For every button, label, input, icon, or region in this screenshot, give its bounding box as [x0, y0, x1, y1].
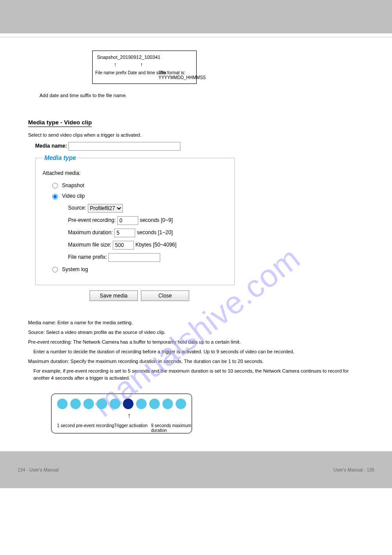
pre-event-input[interactable] [117, 216, 138, 225]
media-form: Media name: Media type Attached media: S… [35, 142, 246, 301]
attached-media-label: Attached media: [43, 170, 227, 176]
timeline-dot-icon [162, 399, 173, 409]
timeline-dots [57, 399, 187, 409]
section-heading: Media type - Video clip [28, 119, 92, 127]
close-button[interactable]: Close [141, 290, 189, 301]
snapshot-label: Snapshot [62, 182, 84, 189]
timeline-post-label: 9 seconds maximum duration [151, 423, 191, 433]
timeline-trigger-dot-icon [123, 399, 133, 409]
desc-source: Source: Select a video stream profile as… [28, 329, 366, 336]
timeline-dot-icon [57, 399, 68, 409]
max-size-input[interactable] [113, 241, 134, 250]
filename-prefix-input[interactable] [108, 253, 160, 262]
video-clip-options: Source: Profilef827 Pre-event recording:… [68, 204, 227, 262]
example-label-prefix: File name prefix [95, 70, 126, 75]
max-duration-label: Maximum duration: [68, 229, 113, 236]
snapshot-radio[interactable] [52, 183, 58, 189]
timeline-dot-icon [97, 399, 107, 409]
arrow-up-icon: ↑ [127, 412, 131, 420]
description-block: Media name: Enter a name for the media s… [28, 319, 366, 382]
save-media-button[interactable]: Save media [90, 290, 138, 301]
recording-timeline-box: ↑ 1 second pre-event recording Trigger a… [51, 393, 192, 434]
section-intro: Select to send video clips when a trigge… [28, 132, 366, 138]
source-label: Source: [68, 205, 86, 211]
system-log-label: System log [62, 266, 88, 272]
timeline-dot-icon [149, 399, 160, 409]
arrow-up-icon: ↑ [114, 62, 117, 67]
desc-dur: Maximum duration: Specify the maximum re… [28, 358, 366, 365]
timeline-dot-icon [83, 399, 94, 409]
media-type-legend: Media type [43, 154, 78, 161]
timeline-trigger-label: Trigger activation [114, 423, 147, 428]
desc-media-name: Media name: Enter a name for the media s… [28, 319, 366, 326]
desc-pre2: Enter a number to decide the duration of… [33, 348, 366, 355]
timeline-dot-icon [70, 399, 81, 409]
media-name-label: Media name: [35, 143, 67, 149]
footer-left: 134 - User's Manual [18, 467, 59, 472]
timeline-dot-icon [176, 399, 186, 409]
example-label-format: The format is: YYYYMMDD_HHMMSS [158, 70, 206, 80]
bottom-bar: 134 - User's Manual User's Manual - 135 [0, 451, 392, 488]
footer-right: User's Manual - 135 [333, 467, 374, 472]
max-size-suffix: Kbytes [50~4096] [135, 242, 176, 248]
filename-prefix-label: File name prefix: [68, 254, 107, 260]
timeline-dot-icon [136, 399, 147, 409]
max-duration-suffix: seconds [1~20] [137, 229, 173, 236]
source-select[interactable]: Profilef827 [88, 204, 123, 213]
divider [0, 37, 392, 37]
suffix-note: Add date and time suffix to the file nam… [40, 93, 366, 98]
example-filename: Snapshot_20190912_100341 [97, 54, 192, 60]
media-name-input[interactable] [68, 142, 180, 151]
video-clip-radio[interactable] [52, 194, 58, 200]
filename-example-box: Snapshot_20190912_100341 ↑ ↑ File name p… [92, 51, 197, 84]
desc-pre1: Pre-event recording: The Network Camera … [28, 339, 366, 346]
timeline-dot-icon [110, 399, 120, 409]
video-clip-label: Video clip [62, 193, 85, 199]
top-bar: VIVOTEK VIVOTEK - A Leading Provider of … [0, 0, 392, 33]
system-log-radio[interactable] [52, 267, 58, 272]
arrow-up-icon: ↑ [140, 62, 143, 67]
max-duration-input[interactable] [114, 229, 135, 237]
timeline-pre-label: 1 second pre-event recording [57, 423, 114, 428]
desc-example-intro: For example, if pre-event recording is s… [33, 368, 366, 382]
pre-event-suffix: seconds [0~9] [140, 217, 173, 223]
pre-event-label: Pre-event recording: [68, 217, 116, 223]
media-type-fieldset: Media type Attached media: Snapshot Vide… [35, 154, 235, 285]
max-size-label: Maximum file size: [68, 242, 111, 248]
